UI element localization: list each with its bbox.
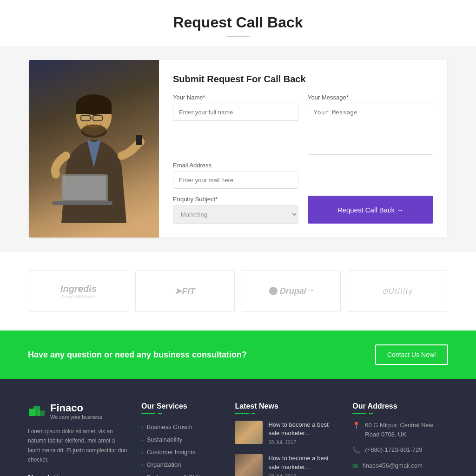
title-divider <box>226 36 250 37</box>
subject-col: Enquiry Subject* Marketing Sales Support… <box>173 196 298 224</box>
cta-text: Have any question or need any business c… <box>28 350 247 360</box>
callbackform-image <box>29 60 159 238</box>
chevron-icon: › <box>141 475 143 476</box>
partners-container: Ingredis Food Additives ➤FIT Drupal™ ⊙Ut… <box>29 270 447 312</box>
news-content-1: How to become a best sale marketer... 08… <box>268 421 338 445</box>
footer-brand: Finaco We care your business <box>28 402 127 420</box>
name-input[interactable] <box>173 104 298 121</box>
service-label: Organization <box>147 461 181 468</box>
partner-card-utility: ⊙Utility <box>348 270 447 312</box>
services-divider <box>141 413 221 414</box>
chevron-icon: › <box>141 437 143 443</box>
svg-rect-14 <box>38 410 45 416</box>
email-label: Email Address <box>173 162 298 169</box>
location-icon: 📍 <box>352 422 360 429</box>
service-label: Performance & Skills <box>147 474 203 476</box>
news-thumb-img-1 <box>235 421 263 444</box>
newsletter-title: Newsletter <box>28 474 127 476</box>
news-link-1[interactable]: How to become a best sale marketer... <box>268 421 338 437</box>
partner-logo-fit: ➤FIT <box>174 286 195 297</box>
footer-col-address: Our Address 📍 60 G Mirpur. Central New R… <box>352 402 448 476</box>
cta-banner: Have any question or need any business c… <box>0 331 476 379</box>
chevron-icon: › <box>141 462 143 468</box>
svg-rect-8 <box>136 135 142 145</box>
message-label: Your Message* <box>308 94 433 101</box>
address-phone-item: 📞 (+880)-1723-801-729 <box>352 445 448 455</box>
footer-brand-text: Finaco We care your business <box>50 402 102 420</box>
form-left-bottom: Email Address Enquiry Subject* Marketing… <box>173 162 298 224</box>
request-callbackbtn[interactable]: Request Call Back → <box>308 196 433 224</box>
address-location-item: 📍 60 G Mirpur. Central New Road 0708, UK <box>352 421 448 439</box>
news-title: Latest News <box>235 402 338 410</box>
partner-card-ingredis: Ingredis Food Additives <box>29 270 128 312</box>
service-item-customer-insights[interactable]: ›Customer Insights <box>141 446 221 458</box>
partners-section: Ingredis Food Additives ➤FIT Drupal™ ⊙Ut… <box>0 251 476 331</box>
subject-select[interactable]: Marketing Sales Support Other <box>173 205 298 224</box>
email-input[interactable] <box>173 172 298 189</box>
message-textarea[interactable] <box>308 104 433 155</box>
address-location-text: 60 G Mirpur. Central New Road 0708, UK <box>365 421 448 439</box>
footer-brand-tagline: We care your business <box>50 414 102 420</box>
form-row-1: Your Name* Your Message* <box>173 94 433 155</box>
service-item-organization[interactable]: ›Organization <box>141 458 221 471</box>
address-email-item: ✉ finaco456@gmail.com <box>352 461 448 470</box>
news-thumb-1 <box>235 421 263 444</box>
footer-col-news: Latest News How to become a best sale ma… <box>235 402 338 476</box>
cta-button[interactable]: Contact Us Now! <box>375 344 448 365</box>
partner-logo-ingredis: Ingredis Food Additives <box>60 284 97 299</box>
service-label: Sustainability <box>147 436 183 443</box>
services-list: ›Business Growth ›Sustainability ›Custom… <box>141 421 221 476</box>
news-content-2: How to become a best sale marketer... 08… <box>268 454 338 476</box>
svg-rect-3 <box>76 105 112 114</box>
chevron-icon: › <box>141 450 143 455</box>
email-icon: ✉ <box>352 462 358 469</box>
form-title: Submit Request For Call Back <box>173 74 433 85</box>
address-divider <box>352 413 448 414</box>
brand-logo-icon <box>28 402 46 420</box>
form-right-bottom: Request Call Back → <box>308 196 433 224</box>
services-title: Our Services <box>141 402 221 410</box>
address-phone-text: (+880)-1723-801-729 <box>365 445 422 455</box>
footer-grid: Finaco We care your business Lorem ipsum… <box>28 402 448 476</box>
chevron-icon: › <box>141 424 143 430</box>
partner-card-fit: ➤FIT <box>135 270 235 312</box>
footer-col-brand: Finaco We care your business Lorem ipsum… <box>28 402 127 476</box>
phone-icon: 📞 <box>352 446 360 454</box>
partner-card-drupal: Drupal™ <box>242 270 341 312</box>
news-item-2: How to become a best sale marketer... 08… <box>235 454 338 476</box>
address-email-text: finaco456@gmail.com <box>363 461 423 470</box>
page-title: Request Call Back <box>9 14 467 31</box>
address-title: Our Address <box>352 402 448 410</box>
service-label: Business Growth <box>147 423 192 430</box>
form-row-2: Email Address Enquiry Subject* Marketing… <box>173 162 433 224</box>
partner-logo-drupal: Drupal™ <box>269 286 313 296</box>
callbackform-container: Submit Request For Call Back Your Name* … <box>29 60 447 238</box>
service-item-performance-skills[interactable]: ›Performance & Skills <box>141 471 221 476</box>
news-thumb-2 <box>235 454 263 476</box>
footer-brand-desc: Lorem ipsum dolor sit amet, vix an natum… <box>28 427 127 465</box>
news-divider <box>235 413 338 414</box>
svg-rect-11 <box>52 201 112 205</box>
person-image <box>29 60 159 238</box>
callbackform-section: Submit Request For Call Back Your Name* … <box>0 46 476 251</box>
news-date-2: 08 Jul, 2017 <box>268 473 338 476</box>
svg-rect-10 <box>63 176 106 200</box>
news-link-2[interactable]: How to become a best sale marketer... <box>268 454 338 471</box>
message-col: Your Message* <box>308 94 433 155</box>
name-label: Your Name* <box>173 94 298 101</box>
email-col: Email Address <box>173 162 298 189</box>
service-item-sustainability[interactable]: ›Sustainability <box>141 433 221 446</box>
subject-label: Enquiry Subject* <box>173 196 298 203</box>
partner-logo-utility: ⊙Utility <box>382 287 413 296</box>
news-date-1: 08 Jul, 2017 <box>268 439 338 445</box>
callbackform-form-area: Submit Request For Call Back Your Name* … <box>159 60 447 238</box>
name-col: Your Name* <box>173 94 298 155</box>
news-item-1: How to become a best sale marketer... 08… <box>235 421 338 445</box>
news-thumb-img-2 <box>235 454 263 476</box>
footer-col-services: Our Services ›Business Growth ›Sustainab… <box>141 402 221 476</box>
footer-brand-name: Finaco <box>50 402 102 414</box>
footer: Finaco We care your business Lorem ipsum… <box>0 379 476 476</box>
service-item-business-growth[interactable]: ›Business Growth <box>141 421 221 433</box>
page-title-section: Request Call Back <box>0 0 476 46</box>
service-label: Customer Insights <box>147 449 196 456</box>
